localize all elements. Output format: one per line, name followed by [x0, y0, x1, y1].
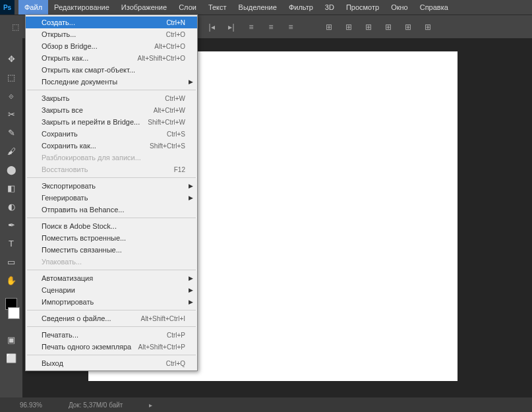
menu-item[interactable]: Поместить встроенные...	[26, 232, 197, 244]
menu-item[interactable]: Поместить связанные...	[26, 244, 197, 256]
menu-window[interactable]: Окно	[385, 0, 414, 15]
menu-item-label: Открыть...	[42, 30, 76, 38]
menu-item[interactable]: Поиск в Adobe Stock...	[26, 220, 197, 232]
menu-item[interactable]: Экспортировать▶	[26, 180, 197, 192]
menu-shortcut: Alt+Ctrl+O	[154, 43, 185, 50]
menu-item: Разблокировать для записи...	[26, 152, 197, 163]
menu-item[interactable]: Последние документы▶	[26, 76, 197, 88]
menu-shortcut: Ctrl+O	[166, 31, 185, 38]
menu-item-label: Генерировать	[42, 194, 88, 202]
option-icon[interactable]: ≡	[264, 20, 278, 34]
menu-item-label: Сведения о файле...	[42, 314, 111, 322]
menu-shortcut: Ctrl+S	[167, 131, 185, 138]
menu-select[interactable]: Выделение	[233, 0, 283, 15]
menubar: Ps Файл Редактирование Изображение Слои …	[0, 0, 532, 15]
menu-shortcut: Ctrl+W	[165, 95, 185, 102]
file-dropdown-menu: Создать...Ctrl+NОткрыть...Ctrl+OОбзор в …	[25, 15, 198, 371]
menu-image[interactable]: Изображение	[115, 0, 173, 15]
menu-item[interactable]: Закрыть и перейти в Bridge...Shift+Ctrl+…	[26, 116, 197, 128]
menu-item: ВосстановитьF12	[26, 163, 197, 175]
menu-item[interactable]: Создать...Ctrl+N	[26, 16, 197, 28]
menu-item[interactable]: Сведения о файле...Alt+Shift+Ctrl+I	[26, 312, 197, 324]
menu-item-label: Закрыть все	[42, 106, 83, 114]
menu-item[interactable]: Открыть как...Alt+Shift+Ctrl+O	[26, 52, 197, 64]
option-icon[interactable]: ⊞	[401, 20, 415, 34]
menu-item[interactable]: Открыть как смарт-объект...	[26, 64, 197, 76]
menu-item[interactable]: Импортировать▶	[26, 296, 197, 308]
option-icon[interactable]: ⊞	[322, 20, 336, 34]
menu-shortcut: F12	[174, 166, 185, 173]
menu-item[interactable]: Закрыть всеAlt+Ctrl+W	[26, 104, 197, 116]
menu-shortcut: Alt+Shift+Ctrl+I	[140, 315, 185, 322]
menu-item-label: Открыть как смарт-объект...	[42, 66, 135, 74]
app-logo: Ps	[0, 0, 15, 15]
menu-3d[interactable]: 3D	[319, 0, 340, 15]
option-icon[interactable]: ⬚	[8, 20, 22, 34]
brush-tool-icon[interactable]: 🖌	[4, 144, 18, 158]
menu-separator	[27, 270, 196, 270]
pen-tool-icon[interactable]: ✒	[4, 218, 18, 232]
menu-view[interactable]: Просмотр	[340, 0, 385, 15]
crop-tool-icon[interactable]: ✂	[4, 107, 18, 121]
menu-item-label: Открыть как...	[42, 54, 88, 62]
menu-item-label: Поместить встроенные...	[42, 234, 126, 242]
text-tool-icon[interactable]: T	[4, 236, 18, 250]
option-icon[interactable]: ≡	[283, 20, 298, 34]
menu-shortcut: Ctrl+N	[166, 19, 185, 26]
menu-item[interactable]: СохранитьCtrl+S	[26, 128, 197, 140]
option-icon[interactable]: ⊞	[421, 20, 435, 34]
menu-item[interactable]: Сохранить как...Shift+Ctrl+S	[26, 140, 197, 152]
menu-item-label: Выход	[42, 359, 63, 367]
menu-item[interactable]: Обзор в Bridge...Alt+Ctrl+O	[26, 40, 197, 52]
option-icon[interactable]: ⊞	[361, 20, 376, 34]
zoom-level: 96.93%	[20, 401, 42, 409]
gradient-tool-icon[interactable]: ◐	[4, 199, 18, 214]
menu-layer[interactable]: Слои	[173, 0, 202, 15]
menu-item-label: Поместить связанные...	[42, 246, 122, 254]
menu-item-label: Экспортировать	[42, 182, 96, 190]
menu-item[interactable]: Генерировать▶	[26, 192, 197, 204]
menu-shortcut: Shift+Ctrl+S	[150, 142, 185, 150]
menu-separator	[27, 326, 196, 327]
menu-item[interactable]: ЗакрытьCtrl+W	[26, 92, 197, 104]
menu-item-label: Печатать...	[42, 331, 78, 339]
quickmask-icon[interactable]: ▣	[4, 332, 18, 347]
option-icon[interactable]: |◂	[204, 20, 219, 34]
menu-edit[interactable]: Редактирование	[48, 0, 115, 15]
menu-item[interactable]: ВыходCtrl+Q	[26, 357, 197, 369]
menu-item[interactable]: Печать одного экземпляраAlt+Shift+Ctrl+P	[26, 341, 197, 353]
eraser-tool-icon[interactable]: ◧	[4, 181, 18, 195]
menu-item-label: Восстановить	[42, 165, 88, 173]
menu-shortcut: Ctrl+Q	[166, 360, 185, 367]
menu-item-label: Обзор в Bridge...	[42, 42, 98, 50]
menu-item[interactable]: Автоматизация▶	[26, 272, 197, 284]
menu-help[interactable]: Справка	[414, 0, 454, 15]
status-arrow-icon[interactable]: ▸	[149, 401, 152, 409]
option-icon[interactable]: ⊞	[341, 20, 356, 34]
eyedropper-tool-icon[interactable]: ✎	[4, 125, 18, 140]
menu-filter[interactable]: Фильтр	[283, 0, 319, 15]
move-tool-icon[interactable]: ✥	[4, 51, 18, 66]
marquee-tool-icon[interactable]: ⬚	[4, 70, 18, 84]
menu-separator	[27, 310, 196, 310]
menu-text[interactable]: Текст	[202, 0, 233, 15]
statusbar: 96.93% Док: 5,37M/0 байт ▸	[0, 397, 532, 412]
option-icon[interactable]: ≡	[244, 20, 258, 34]
screenmode-icon[interactable]: ⬜	[4, 351, 18, 365]
submenu-arrow-icon: ▶	[189, 78, 193, 85]
option-icon[interactable]: ⊞	[381, 20, 396, 34]
menu-item[interactable]: Отправить на Behance...	[26, 204, 197, 216]
hand-tool-icon[interactable]: ✋	[4, 273, 18, 287]
shape-tool-icon[interactable]: ▭	[4, 254, 18, 269]
lasso-tool-icon[interactable]: ⟐	[4, 88, 18, 103]
menu-item[interactable]: Открыть...Ctrl+O	[26, 28, 197, 40]
menu-item[interactable]: Сценарии▶	[26, 284, 197, 296]
option-icon[interactable]: ▸|	[224, 20, 239, 34]
background-color[interactable]	[8, 307, 20, 319]
menu-item-label: Сценарии	[42, 286, 75, 294]
menu-item-label: Сохранить	[42, 130, 78, 138]
submenu-arrow-icon: ▶	[189, 183, 193, 189]
menu-file[interactable]: Файл	[18, 0, 48, 15]
stamp-tool-icon[interactable]: ⬤	[4, 162, 18, 177]
menu-item[interactable]: Печатать...Ctrl+P	[26, 329, 197, 341]
